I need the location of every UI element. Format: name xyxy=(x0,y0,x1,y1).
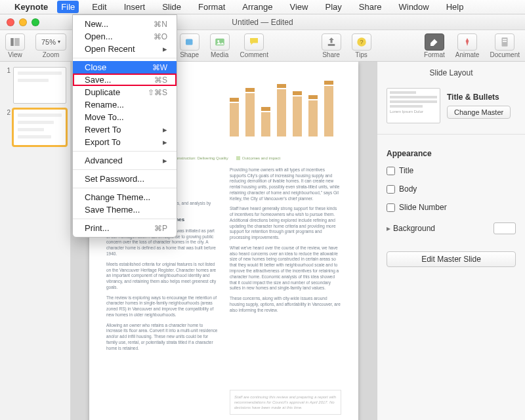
fullscreen-window-button[interactable] xyxy=(32,18,39,26)
app-name[interactable]: Keynote xyxy=(14,2,48,12)
disclosure-icon[interactable]: ▸ xyxy=(387,224,390,233)
menu-play[interactable]: Play xyxy=(321,1,345,13)
file-menu-close[interactable]: Close⌘W xyxy=(73,61,177,74)
file-menu-open[interactable]: Open...⌘O xyxy=(73,30,177,43)
svg-rect-12 xyxy=(503,39,507,40)
edit-master-button[interactable]: Edit Master Slide xyxy=(387,251,516,267)
body-checkbox[interactable]: Body xyxy=(387,183,516,195)
window-title: Untitled — Edited xyxy=(232,18,293,27)
shape-button[interactable] xyxy=(180,33,200,51)
close-window-button[interactable] xyxy=(7,18,14,26)
file-menu-move-to[interactable]: Move To... xyxy=(73,111,177,123)
svg-rect-0 xyxy=(10,38,14,46)
format-button[interactable] xyxy=(425,33,444,51)
inspector-panel: Slide Layout Lorem Ipsum Dolor Title & B… xyxy=(377,62,525,420)
slide-thumb-1[interactable]: 1 xyxy=(4,67,66,104)
document-button[interactable] xyxy=(495,33,514,51)
svg-rect-5 xyxy=(186,39,193,45)
media-button[interactable] xyxy=(210,33,230,51)
slide-thumb-2[interactable]: 2 xyxy=(4,109,66,146)
slide-navigator: 1 2 xyxy=(0,62,71,420)
menu-insert[interactable]: Insert xyxy=(120,1,150,13)
zoom-button[interactable]: 75% ▾ xyxy=(35,33,66,51)
master-name: Title & Bullets xyxy=(447,93,516,102)
slide-chart xyxy=(230,76,341,136)
file-menu-save-theme[interactable]: Save Theme... xyxy=(73,203,177,216)
appearance-section: Appearance xyxy=(387,149,516,158)
minimize-window-button[interactable] xyxy=(19,18,27,26)
file-menu-change-theme[interactable]: Change Theme... xyxy=(73,191,177,203)
file-menu-print[interactable]: Print...⌘P xyxy=(73,222,177,234)
file-menu-dropdown: New...⌘NOpen...⌘OOpen Recent▸Close⌘WSave… xyxy=(72,14,177,238)
menu-arrange[interactable]: Arrange xyxy=(238,1,276,13)
file-menu-duplicate[interactable]: Duplicate⇧⌘S xyxy=(73,86,177,98)
menu-file[interactable]: File xyxy=(57,1,79,13)
animate-button[interactable] xyxy=(457,33,477,51)
background-label: Background xyxy=(393,224,435,233)
system-menubar: Keynote File Edit Insert Slide Format Ar… xyxy=(0,0,525,14)
file-menu-rename[interactable]: Rename... xyxy=(73,98,177,111)
menu-help[interactable]: Help xyxy=(442,1,468,13)
tips-button[interactable]: ? xyxy=(352,33,371,51)
master-preview: Lorem Ipsum Dolor xyxy=(387,88,440,123)
svg-rect-8 xyxy=(327,44,335,46)
svg-rect-1 xyxy=(14,38,20,46)
view-button[interactable] xyxy=(5,33,25,51)
file-menu-new[interactable]: New...⌘N xyxy=(73,18,177,30)
menu-format[interactable]: Format xyxy=(194,1,229,13)
menu-view[interactable]: View xyxy=(286,1,312,13)
toolbar-zoom-group: 75% ▾ Zoom xyxy=(35,33,66,58)
inspector-title: Slide Layout xyxy=(387,68,516,81)
file-menu-advanced[interactable]: Advanced▸ xyxy=(73,154,177,167)
background-color-well[interactable] xyxy=(494,222,516,234)
svg-text:?: ? xyxy=(360,39,363,45)
file-menu-export-to[interactable]: Export To▸ xyxy=(73,136,177,148)
toolbar-view-group: View xyxy=(5,33,25,58)
file-menu-open-recent[interactable]: Open Recent▸ xyxy=(73,43,177,55)
slide-number-checkbox[interactable]: Slide Number xyxy=(387,201,516,213)
zoom-label: Zoom xyxy=(43,51,60,58)
menu-slide[interactable]: Slide xyxy=(158,1,185,13)
menu-window[interactable]: Window xyxy=(394,1,432,13)
file-menu-set-password[interactable]: Set Password... xyxy=(73,173,177,185)
svg-point-7 xyxy=(217,40,219,42)
title-checkbox[interactable]: Title xyxy=(387,165,516,177)
file-menu-revert-to[interactable]: Revert To▸ xyxy=(73,123,177,136)
comment-button[interactable] xyxy=(244,33,264,51)
svg-rect-13 xyxy=(503,41,507,42)
change-master-button[interactable]: Change Master xyxy=(447,106,511,119)
menu-share[interactable]: Share xyxy=(355,1,386,13)
menu-edit[interactable]: Edit xyxy=(88,1,110,13)
right-column: Providing home owners with all types of … xyxy=(230,167,341,415)
file-menu-save[interactable]: Save...⌘S xyxy=(73,74,177,86)
view-label: View xyxy=(8,51,22,58)
share-button[interactable] xyxy=(322,33,341,51)
